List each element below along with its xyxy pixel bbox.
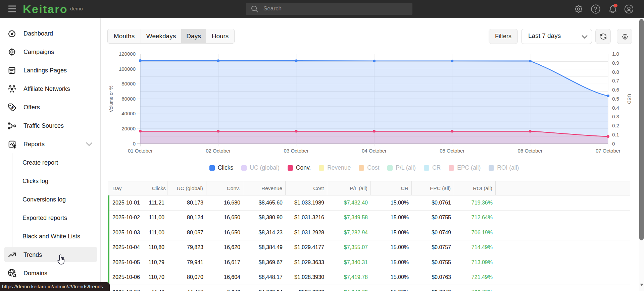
svg-text:0.8: 0.8: [612, 69, 619, 75]
svg-text:120000: 120000: [119, 51, 136, 57]
svg-text:0.3: 0.3: [612, 114, 619, 119]
svg-text:01 October: 01 October: [128, 148, 153, 154]
svg-text:04 October: 04 October: [362, 148, 387, 154]
svg-text:0.7: 0.7: [612, 78, 619, 83]
svg-text:0.6: 0.6: [612, 87, 619, 93]
svg-text:USD: USD: [627, 94, 632, 104]
svg-text:100000: 100000: [119, 66, 136, 72]
svg-text:0.2: 0.2: [612, 123, 619, 128]
svg-text:0.5: 0.5: [612, 96, 619, 102]
svg-text:0.1: 0.1: [612, 132, 619, 137]
svg-text:06 October: 06 October: [518, 148, 543, 154]
svg-text:60000: 60000: [121, 96, 136, 102]
svg-text:0: 0: [612, 141, 615, 147]
svg-text:40000: 40000: [121, 111, 136, 116]
svg-text:1.0: 1.0: [612, 51, 619, 57]
svg-text:03 October: 03 October: [284, 148, 309, 154]
svg-text:07 October: 07 October: [596, 148, 621, 154]
svg-text:02 October: 02 October: [206, 148, 231, 154]
svg-text:0.4: 0.4: [612, 105, 619, 111]
svg-text:05 October: 05 October: [440, 148, 464, 154]
svg-text:80000: 80000: [121, 81, 136, 86]
svg-text:0.9: 0.9: [612, 60, 619, 66]
svg-text:Volume or %: Volume or %: [108, 85, 114, 112]
svg-text:20000: 20000: [121, 126, 136, 131]
svg-text:0: 0: [133, 141, 136, 147]
